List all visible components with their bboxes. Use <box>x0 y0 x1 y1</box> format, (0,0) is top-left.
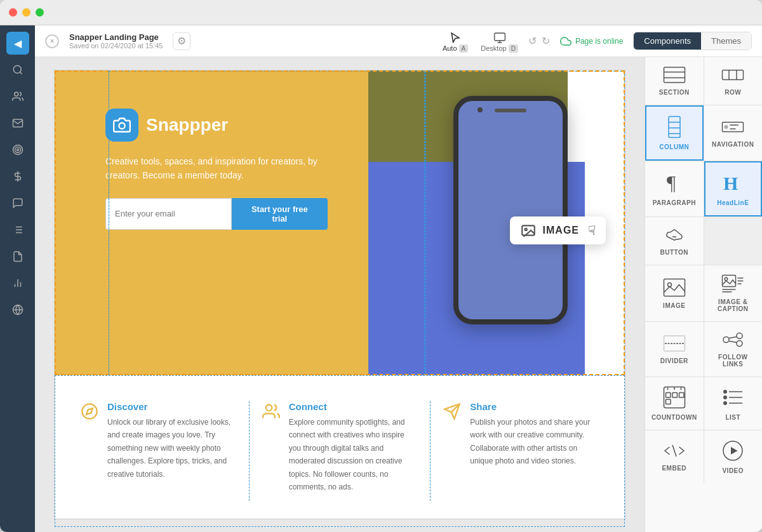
sidebar-item-analytics[interactable] <box>6 138 29 161</box>
logo-text: Snappper <box>146 115 228 135</box>
list-svg <box>721 386 744 409</box>
component-row[interactable]: ROW <box>704 57 763 105</box>
headline-icon: H <box>721 171 744 194</box>
component-column[interactable]: COLUMN <box>645 105 704 161</box>
component-image-caption[interactable]: IMAGE & CAPTION <box>704 265 763 321</box>
globe-icon <box>12 304 23 316</box>
component-paragraph[interactable]: ¶ PARAGRAPH <box>645 161 704 216</box>
hero-logo: Snappper <box>105 109 328 142</box>
email-input[interactable] <box>105 198 232 230</box>
sidebar-item-charts[interactable] <box>6 272 29 295</box>
divider-icon <box>663 335 686 352</box>
sidebar-item-pages[interactable] <box>6 245 29 268</box>
row-icon <box>721 66 744 84</box>
side-navigation: ◀ <box>0 25 35 532</box>
image-label: IMAGE <box>663 302 685 309</box>
tab-components[interactable]: Components <box>634 32 701 50</box>
component-headline[interactable]: H HeadLinE <box>704 161 763 216</box>
sidebar-item-billing[interactable] <box>6 165 29 188</box>
nav-svg <box>721 118 744 136</box>
settings-button[interactable]: ⚙ <box>173 32 190 50</box>
tab-themes[interactable]: Themes <box>701 32 751 50</box>
divider-label: DIVIDER <box>660 357 688 364</box>
component-button[interactable]: BUTTON <box>645 217 704 265</box>
column-svg <box>665 116 683 138</box>
undo-button[interactable]: ↺ <box>528 35 537 47</box>
cta-button[interactable]: Start your free trial <box>232 198 328 230</box>
sidebar-item-search[interactable] <box>6 58 29 81</box>
page-info: Snapper Landing Page Saved on 02/24/2020… <box>69 32 163 50</box>
svg-text:¶: ¶ <box>667 172 676 194</box>
page-canvas: Snappper Creative tools, spaces, and ins… <box>54 70 625 519</box>
feature-share: Share Publish your photos and share your… <box>431 401 612 501</box>
follow-links-icon <box>721 331 744 349</box>
paragraph-icon: ¶ <box>663 171 686 194</box>
svg-point-57 <box>737 341 742 347</box>
mode-auto-button[interactable]: Auto A <box>443 30 468 52</box>
components-panel: SECTION ROW <box>645 57 762 532</box>
main-content: Snappper Creative tools, spaces, and ins… <box>35 57 762 532</box>
svg-point-25 <box>266 405 272 411</box>
hero-content: Snappper Creative tools, spaces, and ins… <box>105 109 328 230</box>
svg-rect-34 <box>669 117 680 138</box>
page-subtitle: Saved on 02/24/2020 at 15:45 <box>69 42 163 50</box>
sidebar-item-comments[interactable] <box>6 192 29 215</box>
component-list[interactable]: LIST <box>704 377 763 430</box>
sidebar-item-list[interactable] <box>6 218 29 241</box>
hero-description: Creative tools, spaces, and inspiration … <box>105 154 328 183</box>
embed-icon <box>663 442 686 460</box>
component-divider[interactable]: DIVIDER <box>645 322 704 376</box>
component-section[interactable]: SECTION <box>645 57 704 105</box>
headline-svg: H <box>721 171 744 194</box>
button-svg <box>663 226 686 244</box>
component-embed[interactable]: EMBED <box>645 430 704 483</box>
component-image[interactable]: IMAGE <box>645 265 704 321</box>
component-grid: SECTION ROW <box>645 57 762 483</box>
phone-body <box>453 96 568 324</box>
feature-discover-header: Discover Unlock our library of exclusive… <box>81 401 236 481</box>
canvas-area[interactable]: Snappper Creative tools, spaces, and ins… <box>35 57 645 532</box>
component-video[interactable]: VIDEO <box>704 430 763 483</box>
video-icon <box>721 439 744 462</box>
svg-line-59 <box>729 341 737 342</box>
close-dot[interactable] <box>9 8 17 17</box>
divider-svg <box>663 335 686 352</box>
discover-title: Discover <box>107 401 236 412</box>
phone-camera <box>478 107 483 112</box>
minimize-dot[interactable] <box>22 8 30 17</box>
cloud-icon <box>560 36 572 47</box>
mode-desktop-button[interactable]: Desktop D <box>481 30 518 52</box>
video-label: VIDEO <box>722 467 744 474</box>
component-countdown[interactable]: COUNTDOWN <box>645 377 704 430</box>
sidebar-item-globe[interactable] <box>6 298 29 321</box>
redo-button[interactable]: ↻ <box>542 35 550 47</box>
svg-point-23 <box>82 404 97 418</box>
main-toolbar: × Snapper Landing Page Saved on 02/24/20… <box>35 25 762 57</box>
component-follow-links[interactable]: FOLLOW LINKS <box>704 322 763 376</box>
feature-connect-header: Connect Explore community spotlights, an… <box>262 401 418 493</box>
nav-toggle-button[interactable]: ◀ <box>6 32 29 55</box>
sidebar-item-users[interactable] <box>6 85 29 108</box>
search-icon <box>12 64 23 76</box>
svg-line-74 <box>672 445 676 456</box>
gear-icon: ⚙ <box>177 35 186 47</box>
phone-speaker <box>495 109 526 112</box>
share-icon <box>443 402 461 424</box>
connect-description: Explore community spotlights, and connec… <box>289 416 418 493</box>
component-empty <box>704 217 763 265</box>
feature-share-header: Share Publish your photos and share your… <box>443 401 599 468</box>
close-page-button[interactable]: × <box>45 34 59 48</box>
titlebar <box>0 0 762 25</box>
hero-email-form: Start your free trial <box>105 198 328 230</box>
svg-point-71 <box>724 390 727 394</box>
svg-point-1 <box>14 92 18 96</box>
close-icon: × <box>50 37 54 46</box>
section-icon <box>663 66 686 84</box>
component-navigation[interactable]: NAVIGATION <box>704 105 763 161</box>
message-icon <box>12 197 23 209</box>
svg-text:H: H <box>723 173 738 194</box>
sidebar-item-mail[interactable] <box>6 112 29 135</box>
countdown-label: COUNTDOWN <box>652 414 697 421</box>
mode-desktop-label: Desktop D <box>481 44 518 52</box>
maximize-dot[interactable] <box>36 8 44 17</box>
